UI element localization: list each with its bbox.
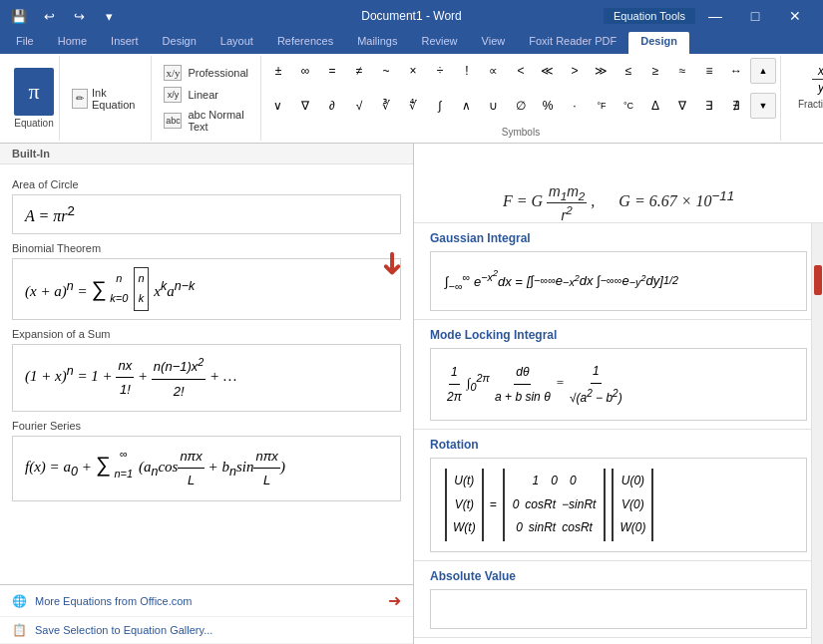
sym-less[interactable]: <	[508, 58, 534, 84]
professional-label: Professional	[188, 67, 248, 79]
tab-design[interactable]: Design	[151, 32, 208, 54]
sym-cdot[interactable]: ·	[562, 93, 588, 119]
sym-leftrightarrow[interactable]: ↔	[723, 58, 749, 84]
tab-references[interactable]: References	[265, 32, 345, 54]
sym-nexists[interactable]: ∄	[723, 93, 749, 119]
sym-equiv[interactable]: ≡	[696, 58, 722, 84]
abs-value-equation[interactable]	[430, 589, 807, 629]
sym-percent[interactable]: %	[535, 93, 561, 119]
main-area: Built-In ➜ Area of Circle A = πr2 Binomi…	[0, 144, 823, 644]
mode-locking-title: Mode Locking Integral	[430, 328, 807, 342]
gaussian-title: Gaussian Integral	[430, 231, 807, 245]
sym-degc[interactable]: °C	[616, 93, 641, 119]
sym-frt[interactable]: ∜	[400, 93, 426, 119]
more-equations-link[interactable]: 🌐 More Equations from Office.com ➜	[0, 585, 413, 617]
tab-home[interactable]: Home	[46, 32, 99, 54]
document-title: Document1 - Word	[361, 9, 461, 23]
sym-ll[interactable]: ≪	[535, 58, 561, 84]
expansion-equation[interactable]: (1 + x)n = 1 + nx1! + n(n−1)x22! + …	[12, 344, 401, 412]
tab-file[interactable]: File	[4, 32, 46, 54]
sym-gg[interactable]: ≫	[589, 58, 615, 84]
area-circle-equation[interactable]: A = πr2	[12, 194, 401, 234]
sym-or[interactable]: ∨	[265, 93, 291, 119]
tab-view[interactable]: View	[470, 32, 518, 54]
normal-text-label: abc Normal Text	[188, 109, 248, 133]
main-document-equation: F = G m1m2 r2 , G = 6.67 × 10−11	[454, 163, 783, 223]
fourier-equation[interactable]: f(x) = a0 + ∑ ∞ n=1 (ancosnπxL + bnsinnπ…	[12, 436, 401, 501]
linear-label: Linear	[188, 89, 218, 101]
sym-times[interactable]: ×	[400, 58, 426, 84]
tab-eq-design[interactable]: Design	[628, 32, 689, 54]
close-button[interactable]: ✕	[775, 0, 815, 32]
sym-del[interactable]: ∇	[292, 93, 318, 119]
abs-value-panel: Absolute Value	[414, 561, 823, 638]
sym-exists[interactable]: ∃	[696, 93, 722, 119]
undo-icon[interactable]: ↩	[38, 5, 60, 27]
sym-greater[interactable]: >	[562, 58, 588, 84]
sym-infinity[interactable]: ∞	[292, 58, 318, 84]
right-scrollbar[interactable]	[811, 223, 823, 644]
sym-cbrt[interactable]: ∛	[373, 93, 399, 119]
sym-prop[interactable]: ∝	[481, 58, 507, 84]
tab-foxit[interactable]: Foxit Reader PDF	[517, 32, 628, 54]
pi-icon: π	[14, 68, 54, 116]
gaussian-equation[interactable]: ∫−∞∞ e−x2dx = [∫−∞∞ e−x2dx ∫−∞∞ e−y2dy]1…	[430, 251, 807, 311]
sym-delta[interactable]: Δ	[642, 93, 668, 119]
tab-review[interactable]: Review	[410, 32, 470, 54]
sym-and[interactable]: ∧	[454, 93, 480, 119]
fraction-button[interactable]: x y Fraction ▼	[794, 60, 823, 114]
globe-icon: 🌐	[12, 594, 27, 608]
sym-sqrt[interactable]: √	[346, 93, 372, 119]
minimize-button[interactable]: —	[695, 0, 735, 32]
binomial-title: Binomial Theorem	[12, 242, 401, 254]
equation-gallery-panel: Built-In ➜ Area of Circle A = πr2 Binomi…	[0, 144, 414, 644]
sym-integral[interactable]: ∫	[427, 93, 453, 119]
customize-icon[interactable]: ▾	[98, 5, 120, 27]
sym-scroll-down[interactable]: ▼	[750, 93, 776, 119]
save-eq-icon: 📋	[12, 623, 27, 637]
tab-insert[interactable]: Insert	[99, 32, 151, 54]
gallery-footer: 🌐 More Equations from Office.com ➜ 📋 Sav…	[0, 584, 413, 644]
sym-partial[interactable]: ∂	[319, 93, 345, 119]
tools-section: x/y Professional x/y Linear abc abc Norm…	[152, 56, 261, 141]
normal-text-button[interactable]: abc abc Normal Text	[160, 107, 252, 135]
sym-equals[interactable]: =	[319, 58, 345, 84]
maximize-button[interactable]: □	[735, 0, 775, 32]
sym-geq[interactable]: ≥	[642, 58, 668, 84]
save-selection-link[interactable]: 📋 Save Selection to Equation Gallery...	[0, 617, 413, 644]
ink-equation-section: ✏ Ink Equation	[60, 56, 152, 141]
professional-button[interactable]: x/y Professional	[160, 63, 252, 83]
sym-plus-minus[interactable]: ±	[265, 58, 291, 84]
tab-mailings[interactable]: Mailings	[345, 32, 409, 54]
sym-degf[interactable]: °F	[589, 93, 615, 119]
window-controls: — □ ✕	[695, 0, 815, 32]
save-icon[interactable]: 💾	[8, 5, 30, 27]
symbols-grid: ± ∞ = ≠ ~ × ÷ ! ∝ < ≪ > ≫ ≤ ≥ ≈ ≡ ↔ ▲ ∨ …	[265, 58, 776, 126]
linear-button[interactable]: x/y Linear	[160, 85, 252, 105]
right-scroll-thumb	[814, 265, 822, 295]
sym-approx[interactable]: ≈	[669, 58, 695, 84]
sym-exclaim[interactable]: !	[454, 58, 480, 84]
sym-divide[interactable]: ÷	[427, 58, 453, 84]
sym-scroll-up[interactable]: ▲	[750, 58, 776, 84]
sym-empty[interactable]: ∅	[508, 93, 534, 119]
redo-icon[interactable]: ↪	[68, 5, 90, 27]
sym-tilde[interactable]: ~	[373, 58, 399, 84]
fourier-title: Fourier Series	[12, 420, 401, 432]
binomial-equation[interactable]: (x + a)n = ∑ n k=0 n k xkan−k	[12, 258, 401, 320]
sym-leq[interactable]: ≤	[616, 58, 641, 84]
linear-icon: x/y	[164, 87, 182, 103]
rotation-equation[interactable]: U(t) V(t) W(t) = 100 0cosRt−sinRt 0sinRt…	[430, 458, 807, 552]
sym-union[interactable]: ∪	[481, 93, 507, 119]
equation-button[interactable]: π Equation	[8, 64, 60, 133]
mode-locking-equation[interactable]: 1 2π ∫02π dθ a + b sin θ = 1 √(a2 − b2)	[430, 348, 807, 421]
area-circle-title: Area of Circle	[12, 178, 401, 190]
built-in-header: Built-In	[0, 144, 413, 164]
ink-equation-button[interactable]: ✏ Ink Equation	[68, 86, 143, 112]
rotation-panel: Rotation U(t) V(t) W(t) = 100 0cosRt−sin…	[414, 430, 823, 561]
tab-layout[interactable]: Layout	[208, 32, 265, 54]
title-bar: 💾 ↩ ↪ ▾ Document1 - Word Equation Tools …	[0, 0, 823, 32]
rotation-title: Rotation	[430, 438, 807, 452]
sym-nabla[interactable]: ∇	[669, 93, 695, 119]
sym-not-equal[interactable]: ≠	[346, 58, 372, 84]
